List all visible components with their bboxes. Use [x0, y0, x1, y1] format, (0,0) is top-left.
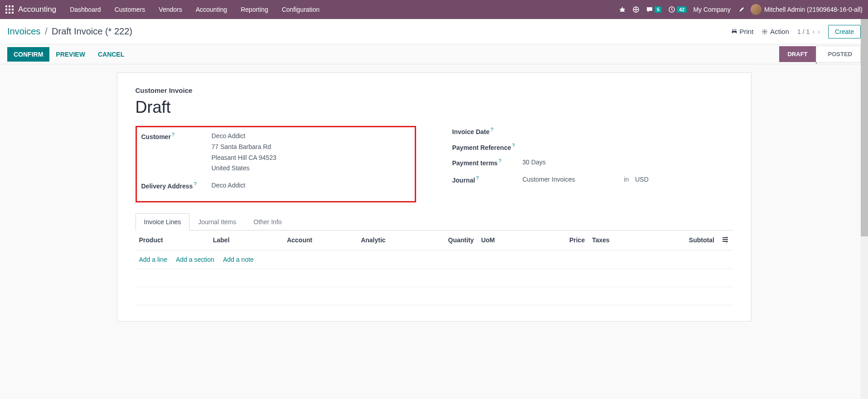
col-uom: UoM	[477, 231, 542, 250]
status-draft[interactable]: DRAFT	[779, 46, 815, 62]
journal-label: Journal?	[452, 174, 523, 184]
help-icon[interactable]: ?	[499, 158, 501, 163]
activities-badge: 42	[677, 6, 687, 13]
svg-rect-2	[12, 5, 14, 7]
tab-other-info[interactable]: Other Info	[245, 213, 290, 230]
tools-icon[interactable]	[737, 6, 744, 13]
payment-terms-value[interactable]: 30 Days	[523, 157, 733, 168]
form-right-col: Invoice Date? Payment Reference? Payment…	[452, 126, 733, 205]
svg-rect-23	[723, 241, 728, 242]
help-icon[interactable]: ?	[172, 132, 175, 137]
col-settings[interactable]	[718, 231, 733, 250]
payment-terms-field: Payment terms? 30 Days	[452, 157, 733, 168]
nav-accounting[interactable]: Accounting	[196, 6, 227, 13]
svg-line-12	[624, 9, 625, 10]
help-icon[interactable]: ?	[194, 181, 196, 187]
tab-invoice-lines[interactable]: Invoice Lines	[136, 213, 190, 231]
col-taxes: Taxes	[588, 231, 662, 250]
create-button[interactable]: Create	[828, 25, 861, 38]
nav-vendors[interactable]: Vendors	[159, 6, 182, 13]
svg-rect-1	[9, 5, 10, 7]
svg-rect-3	[5, 9, 7, 10]
app-brand[interactable]: Accounting	[18, 5, 56, 14]
svg-rect-4	[9, 9, 10, 10]
nav-configuration[interactable]: Configuration	[282, 6, 320, 13]
avatar-icon	[751, 4, 761, 15]
bug-icon[interactable]	[619, 6, 626, 13]
customer-field: Customer? Deco Addict 77 Santa Barbara R…	[141, 131, 410, 174]
journal-currency[interactable]: USD	[635, 176, 649, 183]
svg-rect-5	[12, 9, 14, 10]
cancel-button[interactable]: CANCEL	[92, 47, 131, 62]
customer-addr2: Pleasant Hill CA 94523	[212, 153, 410, 163]
delivery-value[interactable]: Deco Addict	[212, 180, 410, 191]
svg-rect-8	[12, 12, 14, 14]
apps-icon[interactable]	[5, 5, 14, 14]
print-button[interactable]: Print	[731, 28, 754, 35]
messages-icon[interactable]: 5	[646, 6, 662, 13]
col-price: Price	[542, 231, 588, 250]
col-account: Account	[283, 231, 357, 250]
activities-icon[interactable]: 42	[668, 6, 687, 13]
table-header-row: Product Label Account Analytic Quantity …	[136, 231, 733, 250]
breadcrumb: Invoices / Draft Invoice (* 222)	[7, 26, 132, 37]
breadcrumb-sep: /	[45, 26, 48, 36]
col-product: Product	[136, 231, 209, 250]
svg-rect-17	[732, 29, 736, 31]
svg-rect-19	[732, 32, 736, 34]
pager-text[interactable]: 1 / 1	[797, 28, 810, 35]
delivery-label: Delivery Address?	[141, 180, 212, 190]
nav-reporting[interactable]: Reporting	[241, 6, 268, 13]
print-label: Print	[740, 28, 754, 35]
svg-rect-6	[5, 12, 7, 14]
status-posted[interactable]: POSTED	[816, 46, 861, 62]
svg-rect-22	[723, 239, 728, 240]
invoice-lines-table: Product Label Account Analytic Quantity …	[136, 231, 733, 305]
add-line-link[interactable]: Add a line	[139, 256, 167, 263]
journal-value[interactable]: Customer Invoices	[523, 174, 613, 185]
help-icon[interactable]: ?	[512, 143, 514, 148]
svg-point-20	[764, 31, 766, 33]
support-icon[interactable]	[632, 6, 640, 13]
scrollbar[interactable]	[861, 19, 868, 399]
gear-icon	[761, 29, 768, 35]
add-section-link[interactable]: Add a section	[176, 256, 214, 263]
tab-journal-items[interactable]: Journal Items	[189, 213, 245, 230]
customer-name: Deco Addict	[212, 131, 410, 142]
svg-line-11	[620, 9, 621, 10]
nav-menu: Dashboard Customers Vendors Accounting R…	[70, 6, 320, 13]
scrollbar-thumb[interactable]	[861, 19, 868, 236]
form-grid: Customer? Deco Addict 77 Santa Barbara R…	[136, 126, 733, 205]
col-subtotal: Subtotal	[662, 231, 718, 250]
pager-next-icon[interactable]: ›	[818, 28, 820, 36]
payment-ref-label: Payment Reference?	[452, 142, 523, 151]
journal-value-wrap: Customer Invoices in USD	[523, 174, 733, 185]
svg-line-13	[620, 11, 621, 12]
user-name: Mitchell Admin (21909648-16-0-all)	[764, 6, 863, 13]
print-icon	[731, 29, 737, 35]
add-note-link[interactable]: Add a note	[223, 256, 254, 263]
table-row	[136, 287, 733, 305]
action-button[interactable]: Action	[761, 28, 789, 35]
customer-addr3: United States	[212, 163, 410, 174]
status-bar: CONFIRM PREVIEW CANCEL DRAFT POSTED	[0, 44, 868, 64]
navbar-right: 5 42 My Company Mitchell Admin (21909648…	[619, 4, 863, 15]
content-area: Customer Invoice Draft Customer? Deco Ad…	[0, 64, 868, 322]
nav-customers[interactable]: Customers	[115, 6, 145, 13]
svg-rect-7	[9, 12, 10, 14]
confirm-button[interactable]: CONFIRM	[7, 47, 49, 62]
help-icon[interactable]: ?	[490, 127, 493, 132]
form-subtitle: Customer Invoice	[136, 87, 733, 94]
columns-settings-icon[interactable]	[722, 236, 729, 243]
company-switcher[interactable]: My Company	[693, 6, 730, 13]
preview-button[interactable]: PREVIEW	[49, 47, 92, 62]
pager-prev-icon[interactable]: ‹	[812, 28, 815, 36]
nav-dashboard[interactable]: Dashboard	[70, 6, 101, 13]
breadcrumb-parent[interactable]: Invoices	[7, 26, 40, 36]
user-menu[interactable]: Mitchell Admin (21909648-16-0-all)	[751, 4, 863, 15]
delivery-field: Delivery Address? Deco Addict	[141, 180, 410, 191]
customer-value[interactable]: Deco Addict 77 Santa Barbara Rd Pleasant…	[212, 131, 410, 174]
messages-badge: 5	[655, 6, 662, 13]
help-icon[interactable]: ?	[476, 175, 479, 181]
invoice-date-label: Invoice Date?	[452, 126, 523, 135]
